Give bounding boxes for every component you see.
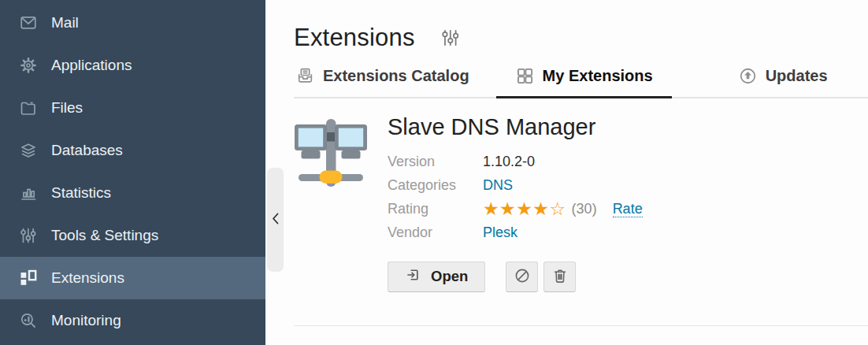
grid-icon	[515, 66, 535, 86]
disable-button[interactable]	[506, 262, 538, 292]
bar-chart-icon	[19, 184, 38, 202]
tab-my-extensions[interactable]: My Extensions	[496, 66, 672, 98]
categories-row: Categories DNS	[388, 174, 643, 198]
folder-icon	[19, 98, 38, 117]
sidebar-item-databases[interactable]: Databases	[0, 129, 265, 172]
extension-info: Slave DNS Manager Version 1.10.2-0 Categ…	[388, 114, 643, 292]
rating-star-empty: ☆	[549, 200, 566, 218]
extension-icon	[294, 114, 368, 188]
vendor-link[interactable]: Plesk	[483, 224, 517, 241]
sidebar-item-label: Mail	[51, 14, 79, 32]
delete-button[interactable]	[543, 262, 576, 292]
extension-actions: Open	[388, 262, 643, 292]
blocks-icon	[19, 269, 38, 288]
network-computers-icon	[294, 114, 368, 188]
rating-stars-filled: ★★★★	[483, 200, 549, 218]
open-button[interactable]: Open	[388, 262, 485, 292]
gear-icon	[19, 56, 38, 75]
sidebar-item-label: Files	[51, 99, 83, 117]
mail-icon	[19, 13, 38, 32]
catalog-icon	[295, 66, 315, 86]
category-link[interactable]: DNS	[483, 177, 513, 194]
categories-label: Categories	[388, 177, 483, 194]
tab-label: My Extensions	[543, 67, 653, 85]
version-row: Version 1.10.2-0	[388, 150, 643, 174]
enter-icon	[405, 266, 422, 288]
monitor-search-icon	[19, 311, 38, 330]
sidebar-item-statistics[interactable]: Statistics	[0, 172, 265, 214]
sidebar-item-label: Statistics	[51, 184, 111, 202]
tab-label: Updates	[766, 67, 828, 85]
version-value: 1.10.2-0	[483, 154, 535, 170]
tab-extensions-catalog[interactable]: Extensions Catalog	[294, 66, 469, 98]
sidebar-item-mail[interactable]: Mail	[0, 2, 265, 44]
chevron-left-icon	[271, 212, 280, 228]
sidebar-item-monitoring[interactable]: Monitoring	[0, 299, 265, 342]
sliders-icon	[19, 226, 38, 245]
sidebar-item-label: Databases	[51, 142, 123, 159]
rating-count: (30)	[572, 201, 597, 217]
section-divider	[294, 325, 868, 326]
sidebar: Mail Applications Files	[0, 0, 265, 345]
page-title: Extensions	[294, 24, 415, 52]
layers-icon	[19, 141, 38, 160]
main-content: Extensions	[265, 0, 868, 345]
sidebar-item-label: Monitoring	[51, 312, 121, 329]
extension-name: Slave DNS Manager	[388, 114, 643, 140]
sidebar-item-files[interactable]: Files	[0, 87, 265, 129]
sidebar-item-tools-settings[interactable]: Tools & Settings	[0, 214, 265, 257]
tab-bar: Extensions Catalog My Extensions	[294, 66, 868, 98]
extension-card: Slave DNS Manager Version 1.10.2-0 Categ…	[294, 114, 868, 292]
ban-icon	[513, 266, 532, 288]
vendor-row: Vendor Plesk	[388, 221, 643, 245]
sidebar-item-label: Tools & Settings	[51, 227, 158, 244]
tab-updates[interactable]: Updates	[719, 66, 847, 98]
open-button-label: Open	[431, 268, 468, 285]
version-label: Version	[388, 154, 483, 170]
rating-label: Rating	[388, 201, 483, 217]
sidebar-item-label: Applications	[51, 57, 132, 74]
app-window: Mail Applications Files	[0, 0, 868, 345]
filter-sliders-icon[interactable]	[440, 27, 461, 49]
sidebar-item-extensions[interactable]: Extensions	[0, 257, 265, 299]
rate-link[interactable]: Rate	[613, 201, 643, 218]
sidebar-collapse-handle[interactable]	[267, 168, 284, 272]
sidebar-item-label: Extensions	[51, 269, 124, 287]
vendor-label: Vendor	[388, 224, 483, 241]
tab-label: Extensions Catalog	[323, 67, 469, 85]
sidebar-item-applications[interactable]: Applications	[0, 44, 265, 87]
trash-icon	[551, 266, 569, 288]
upload-circle-icon	[738, 66, 758, 86]
page-header: Extensions	[294, 24, 868, 52]
rating-row: Rating ★★★★ ☆ (30) Rate	[388, 198, 643, 221]
